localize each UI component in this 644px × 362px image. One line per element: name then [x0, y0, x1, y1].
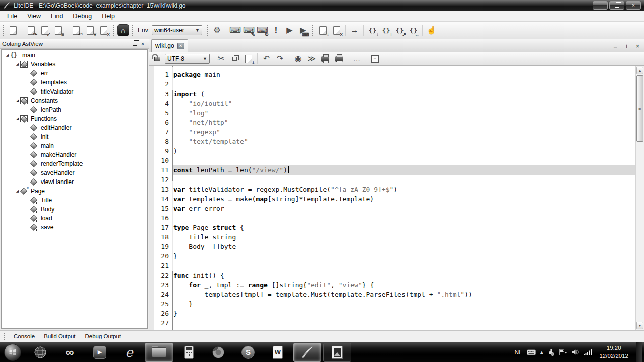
install-icon[interactable]: ⌨↻ [256, 24, 269, 37]
tree-item-edithandler[interactable]: editHandler [2, 123, 147, 132]
build-config-icon[interactable]: ⚙ [210, 24, 224, 37]
open-file-icon[interactable]: ↷ [24, 24, 38, 37]
expander-icon[interactable]: ◢ [15, 99, 20, 103]
build-icon[interactable]: ⌨ [228, 24, 242, 37]
new-file-icon[interactable] [6, 24, 20, 37]
code-line[interactable]: "text/template" [173, 137, 635, 146]
new-tab-icon[interactable]: + [621, 41, 632, 51]
code-line[interactable]: "io/ioutil" [173, 99, 635, 108]
tree-item-constants[interactable]: ◢Constants [2, 96, 147, 105]
calculator-icon[interactable] [175, 343, 203, 362]
code-line[interactable]: ) [173, 146, 635, 156]
insert-doc-icon[interactable]: ↓ [316, 24, 330, 37]
code-line[interactable]: "net/http" [173, 118, 635, 127]
goto-icon[interactable]: → [348, 24, 361, 37]
code-line[interactable]: } [173, 299, 635, 309]
tab-close-icon[interactable]: × [177, 43, 184, 49]
code-line[interactable] [173, 261, 635, 270]
media-player-icon[interactable]: ▶ [86, 343, 114, 362]
close-file-icon[interactable]: ▾ [83, 24, 97, 37]
network-signal-icon[interactable] [584, 349, 592, 355]
start-button[interactable] [4, 344, 21, 361]
close-button[interactable]: × [626, 1, 641, 10]
taskbar-clock[interactable]: 19:20 12/02/2012 [596, 344, 631, 360]
tree-item-main[interactable]: main [2, 141, 147, 150]
expander-icon[interactable]: ◢ [15, 117, 20, 121]
code-line[interactable]: } [173, 309, 635, 318]
code-line[interactable]: import ( [173, 89, 635, 99]
home-icon[interactable]: ⌂ [116, 24, 130, 37]
liteide-icon[interactable] [293, 343, 321, 362]
tree-item-title[interactable]: Title [2, 196, 147, 205]
record-macro-icon[interactable]: ◉ [291, 52, 305, 66]
more-icon[interactable]: ... [350, 52, 364, 66]
unlock-icon[interactable] [154, 57, 160, 61]
tree-item-page[interactable]: ◢Page [2, 187, 147, 196]
output-tab-build-output[interactable]: Build Output [39, 332, 80, 340]
delete-doc-icon[interactable]: × [330, 24, 343, 37]
code-editor[interactable]: 1234567891011121314151617181920212223242… [149, 66, 644, 330]
paste-icon[interactable]: + [242, 52, 255, 66]
playback-icon[interactable]: ≫ [305, 52, 318, 66]
menu-file[interactable]: File [2, 12, 22, 21]
keyboard-icon[interactable] [527, 349, 536, 355]
brace-up-icon[interactable]: {}↑ [379, 24, 393, 37]
float-panel-icon[interactable] [131, 40, 139, 47]
close-all-files-icon[interactable]: × [97, 24, 110, 37]
tree-item-body[interactable]: Body [2, 205, 147, 214]
tree-item-savehandler[interactable]: saveHandler [2, 168, 147, 177]
print-icon[interactable] [318, 52, 332, 66]
code-line[interactable]: package main [173, 70, 635, 79]
scroll-up-icon[interactable]: ▲ [636, 67, 643, 74]
power-plug-icon[interactable] [547, 349, 554, 356]
tree-item-main[interactable]: ◢{}main [2, 51, 147, 60]
code-line[interactable] [173, 156, 635, 165]
tree-item-save[interactable]: save [2, 223, 147, 232]
code-line[interactable]: const lenPath = len("/view/") [173, 165, 635, 175]
code-line[interactable]: "regexp" [173, 127, 635, 137]
photo-viewer-icon[interactable] [323, 343, 351, 362]
clean-icon[interactable]: ! [269, 24, 283, 37]
code-line[interactable] [173, 175, 635, 185]
code-line[interactable] [173, 79, 635, 89]
close-panel-icon[interactable]: × [139, 40, 147, 47]
build-file-icon[interactable]: ⌨✎ [242, 24, 256, 37]
volume-icon[interactable] [572, 349, 579, 355]
code-line[interactable]: type Page struct { [173, 223, 635, 232]
language-indicator[interactable]: NL [515, 349, 522, 356]
code-line[interactable]: templates[tmpl] = template.Must(template… [173, 290, 635, 299]
menu-debug[interactable]: Debug [68, 12, 97, 21]
save-file-icon[interactable]: ✓ [38, 24, 51, 37]
tree-item-lenpath[interactable]: lenPath [2, 105, 147, 114]
tree-item-init[interactable]: init [2, 132, 147, 141]
show-hidden-icon[interactable]: ▴ [540, 349, 543, 355]
menu-find[interactable]: Find [46, 12, 68, 21]
redo-icon[interactable]: ↷ [273, 52, 287, 66]
run-icon[interactable]: ▶ [283, 24, 296, 37]
code-line[interactable]: } [173, 251, 635, 261]
pan-icon[interactable]: ☝ [425, 24, 438, 37]
code-line[interactable]: Body []byte [173, 242, 635, 251]
drag-handle[interactable] [3, 332, 5, 340]
windows-explorer-icon[interactable] [145, 343, 173, 362]
menu-view[interactable]: View [22, 12, 46, 21]
tab-list-icon[interactable]: ≡ [610, 41, 621, 51]
brace-out-icon[interactable]: {}↗ [393, 24, 407, 37]
encoding-select[interactable]: UTF-8 ▼ [165, 54, 210, 64]
code-line[interactable]: var err error [173, 204, 635, 213]
code-line[interactable]: func init() { [173, 270, 635, 280]
tree-item-variables[interactable]: ◢Variables [2, 60, 147, 69]
tree-item-makehandler[interactable]: makeHandler [2, 150, 147, 159]
save-all-icon[interactable]: ≡ [51, 24, 65, 37]
debug-run-icon[interactable]: ▶⌨ [296, 24, 310, 37]
cut-icon[interactable]: ✂ [214, 52, 228, 66]
undo-icon[interactable]: ↶ [260, 52, 273, 66]
output-tab-console[interactable]: Console [9, 332, 39, 340]
tree-item-functions[interactable]: ◢Functions [2, 114, 147, 123]
code-line[interactable] [173, 213, 635, 223]
expander-icon[interactable]: ◢ [5, 53, 10, 57]
tree-item-rendertemplate[interactable]: renderTemplate [2, 159, 147, 168]
code-line[interactable]: for _, tmpl := range []string{"edit", "v… [173, 280, 635, 290]
firefox-icon[interactable] [204, 343, 232, 362]
code-line[interactable]: func main() { [173, 328, 635, 330]
